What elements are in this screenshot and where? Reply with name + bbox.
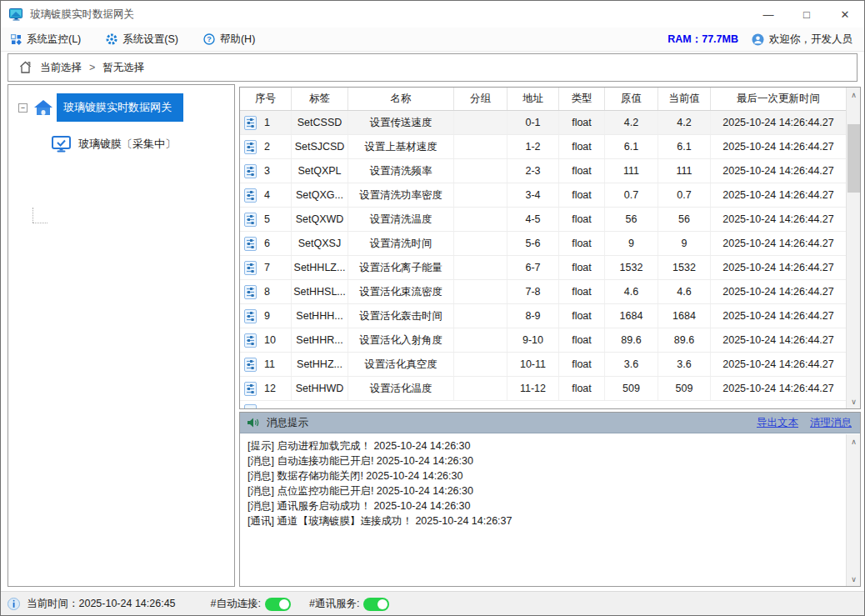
message-links: 导出文本 清理消息 [757,416,852,430]
cell-index-value: 7 [264,262,270,273]
home-icon[interactable] [18,61,32,74]
table-row[interactable]: 10 SetHHR... 设置活化入射角度 9-10 float 89.6 89… [240,328,846,353]
sliders-icon [244,382,257,396]
sliders-icon [244,164,257,178]
menu-bar: 系统监控(L) 系统设置(S) ? 帮助(H) RAM：77.7MB [1,28,864,52]
auto-connect-status: #自动连接: [211,597,291,611]
cell-address: 0-1 [508,111,559,134]
cell-original-value: 111 [605,159,658,183]
cell-index: 5 [240,208,292,231]
table-row[interactable]: 7 SetHHLZ... 设置活化离子能量 6-7 float 1532 153… [240,256,846,280]
cell-tag: SetQXSJ [292,232,348,255]
gear-icon [106,33,118,45]
window-title: 玻璃镀膜实时数据网关 [30,8,134,22]
sliders-icon [244,333,257,348]
cell-group [454,328,508,352]
tree-expander-icon[interactable]: − [18,103,28,113]
message-scrollbar[interactable]: ∧ ∨ [846,434,860,586]
table-row[interactable]: 11 SetHHZ... 设置活化真空度 10-11 float 3.6 3.6… [240,353,846,377]
table-row[interactable]: 4 SetQXG... 设置清洗功率密度 3-4 float 0.7 0.7 2… [240,183,846,208]
minimize-button[interactable]: — [749,1,788,28]
table-row[interactable]: 6 SetQXSJ 设置清洗时间 5-6 float 9 9 2025-10-2… [240,232,846,256]
column-header[interactable]: 最后一次更新时间 [711,88,846,110]
column-header[interactable]: 当前值 [658,88,711,110]
close-button[interactable]: ✕ [826,1,864,28]
message-line: [消息] 通讯服务启动成功！ 2025-10-24 14:26:30 [248,498,838,513]
cell-index: 7 [240,256,292,279]
column-header[interactable]: 序号 [240,88,292,110]
table-row[interactable]: 2 SetSJCSD 设置上基材速度 1-2 float 6.1 6.1 202… [240,135,846,159]
cell-type: float [559,256,605,279]
scroll-up-button[interactable]: ∧ [847,434,861,448]
message-panel-title: 消息提示 [267,416,308,430]
table-header: 序号 标签 名称 分组 地址 类型 原值 当前值 最后一次更新时间 [240,88,846,111]
cell-type: float [559,304,605,328]
table-row[interactable]: 9 SetHHH... 设置活化轰击时间 8-9 float 1684 1684… [240,304,846,328]
cell-index: 4 [240,183,292,207]
auto-connect-label: #自动连接: [211,597,261,611]
info-icon [8,598,20,610]
column-header[interactable]: 地址 [508,88,559,110]
clear-messages-link[interactable]: 清理消息 [810,416,852,430]
cell-name: 设置活化束流密度 [348,280,454,303]
cell-name: 设置活化真空度 [348,353,454,376]
menu-item-system-monitor[interactable]: 系统监控(L) [11,33,81,47]
table-row[interactable]: 12 SetHHWD 设置活化温度 11-12 float 509 509 20… [240,377,846,401]
menu-item-label: 系统监控(L) [27,33,81,47]
cell-updated-time: 2025-10-24 14:26:44.27 [711,377,846,400]
table-row[interactable]: 8 SetHHSL... 设置活化束流密度 7-8 float 4.6 4.6 … [240,280,846,304]
tree-root-item[interactable]: − 玻璃镀膜实时数据网关 [8,93,234,122]
maximize-button[interactable]: □ [788,1,826,28]
column-header[interactable]: 类型 [559,88,605,110]
menu-item-system-settings[interactable]: 系统设置(S) [106,33,178,47]
column-header[interactable]: 原值 [605,88,658,110]
help-icon: ? [203,33,215,45]
cell-name: 设置清洗频率 [348,159,454,183]
column-header[interactable]: 标签 [292,88,348,110]
cell-index-value: 4 [264,189,270,201]
message-line: [提示] 启动进程加载完成！ 2025-10-24 14:26:30 [248,438,838,453]
cell-current-value: 6.1 [658,135,711,158]
auto-connect-toggle[interactable] [265,598,291,611]
export-text-link[interactable]: 导出文本 [757,416,798,430]
table-body: 1 SetCSSD 设置传送速度 0-1 float 4.2 4.2 2025-… [240,111,846,408]
scroll-down-button[interactable]: ∨ [847,394,861,408]
column-header[interactable]: 名称 [348,88,454,110]
cell-index: 11 [240,353,292,376]
cell-address: 4-5 [508,208,559,231]
scroll-thumb[interactable] [848,124,860,193]
tree-connector [32,208,33,223]
cell-original-value: 6.1 [605,135,658,158]
menu-item-help[interactable]: ? 帮助(H) [203,33,255,47]
cell-name: 设置清洗温度 [348,208,454,231]
tree-connector [32,223,48,223]
cell-type: float [559,208,605,231]
tree-child-item[interactable]: 玻璃镀膜〔采集中〕 [52,136,234,153]
cell-tag: SetHHWD [292,377,348,400]
column-header[interactable]: 分组 [454,88,508,110]
cell-address: 9-10 [508,328,559,352]
title-bar: 玻璃镀膜实时数据网关 — □ ✕ [1,1,864,28]
comm-service-toggle[interactable] [363,598,389,611]
cell-index: 1 [240,111,292,134]
scroll-down-button[interactable]: ∨ [847,572,861,586]
table-scrollbar[interactable]: ∧ ∨ [846,88,860,408]
cell-index: 3 [240,159,292,183]
cell-type: float [559,328,605,352]
table-row[interactable]: 1 SetCSSD 设置传送速度 0-1 float 4.2 4.2 2025-… [240,111,846,135]
cell-original-value: 1532 [605,256,658,279]
comm-service-status: #通讯服务: [309,597,389,611]
cell-current-value: 3.6 [658,353,711,376]
current-time-label: 当前时间： [27,598,79,609]
cell-address: 3-4 [508,183,559,207]
scroll-up-button[interactable]: ∧ [847,88,861,102]
cell-updated-time: 2025-10-24 14:26:44.27 [711,111,846,134]
cell-name: 设置活化温度 [348,377,454,400]
breadcrumb-current: 暂无选择 [102,61,144,75]
cell-current-value: 4.2 [658,111,711,134]
cell-address: 1-2 [508,135,559,158]
table-row[interactable]: 3 SetQXPL 设置清洗频率 2-3 float 111 111 2025-… [240,159,846,183]
table-row[interactable]: 5 SetQXWD 设置清洗温度 4-5 float 56 56 2025-10… [240,208,846,232]
ram-indicator: RAM：77.7MB [668,33,738,47]
cell-tag: SetQXG... [292,183,348,207]
